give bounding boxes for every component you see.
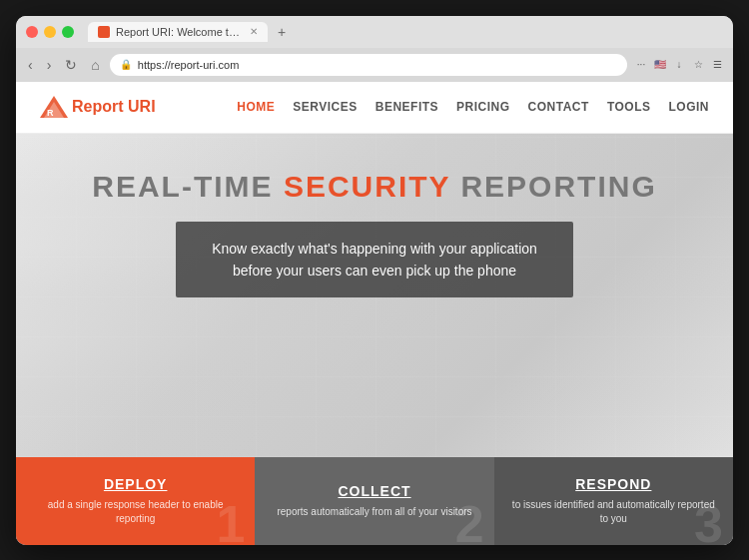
step-collect[interactable]: COLLECT reports automatically from all o… [255, 457, 493, 545]
site-nav: R Report URI HOME SERVICES BENEFITS PRIC… [16, 82, 733, 134]
nav-contact[interactable]: CONTACT [528, 100, 589, 114]
tab-favicon-icon [98, 26, 110, 38]
site-logo[interactable]: R Report URI [40, 96, 156, 118]
lock-icon: 🔒 [120, 59, 132, 70]
nav-home[interactable]: HOME [237, 100, 275, 114]
tab-bar: Report URI: Welcome to repor... ✕ + [88, 22, 723, 42]
hero-subtitle: Know exactly what's happening with your … [176, 222, 573, 298]
website-content: R Report URI HOME SERVICES BENEFITS PRIC… [16, 82, 733, 545]
nav-services[interactable]: SERVICES [293, 100, 357, 114]
hero-subtitle-line2: before your users can even pick up the p… [233, 263, 516, 279]
minimize-button[interactable] [44, 26, 56, 38]
logo-icon: R [40, 96, 68, 118]
browser-toolbar-icons: ··· 🇺🇸 ↓ ☆ ☰ [633, 57, 725, 73]
traffic-lights [26, 26, 74, 38]
url-input[interactable]: 🔒 https://report-uri.com [110, 54, 627, 76]
url-text: https://report-uri.com [138, 59, 239, 71]
back-button[interactable]: ‹ [24, 55, 37, 75]
nav-links: HOME SERVICES BENEFITS PRICING CONTACT T… [237, 100, 709, 114]
logo-report: Report [72, 98, 124, 115]
step-respond[interactable]: RESPOND to issues identified and automat… [494, 457, 733, 545]
hero-title-part1: REAL-TIME [92, 170, 284, 203]
nav-pricing[interactable]: PRICING [456, 100, 510, 114]
forward-button[interactable]: › [43, 55, 56, 75]
step-3-title: RESPOND [575, 476, 651, 492]
tab-title: Report URI: Welcome to repor... [116, 26, 244, 38]
hero-section: REAL-TIME SECURITY REPORTING Know exactl… [16, 134, 733, 457]
step-deploy[interactable]: DEPLOY add a single response header to e… [16, 457, 255, 545]
active-tab[interactable]: Report URI: Welcome to repor... ✕ [88, 22, 268, 42]
bookmark-icon[interactable]: ☆ [690, 57, 706, 73]
nav-login[interactable]: LOGIN [669, 100, 710, 114]
hero-subtitle-line1: Know exactly what's happening with your … [212, 241, 537, 257]
step-2-desc: reports automatically from all of your v… [277, 505, 471, 519]
extensions-icon: ··· [633, 57, 649, 73]
svg-text:R: R [47, 108, 54, 118]
hero-title: REAL-TIME SECURITY REPORTING [92, 170, 657, 204]
hero-title-highlight: SECURITY [284, 170, 450, 203]
new-tab-button[interactable]: + [272, 22, 292, 42]
address-bar: ‹ › ↻ ⌂ 🔒 https://report-uri.com ··· 🇺🇸 … [16, 48, 733, 82]
logo-text: Report URI [72, 98, 156, 116]
maximize-button[interactable] [62, 26, 74, 38]
step-1-title: DEPLOY [104, 476, 168, 492]
flag-icon: 🇺🇸 [652, 57, 668, 73]
close-button[interactable] [26, 26, 38, 38]
step-2-title: COLLECT [338, 483, 410, 499]
nav-tools[interactable]: TOOLS [607, 100, 651, 114]
steps-bar: DEPLOY add a single response header to e… [16, 457, 733, 545]
step-1-desc: add a single response header to enable r… [32, 498, 239, 526]
menu-icon[interactable]: ☰ [709, 57, 725, 73]
step-3-desc: to issues identified and automatically r… [510, 498, 717, 526]
title-bar: Report URI: Welcome to repor... ✕ + [16, 16, 733, 48]
download-icon[interactable]: ↓ [671, 57, 687, 73]
home-button[interactable]: ⌂ [87, 55, 103, 75]
tab-close-icon[interactable]: ✕ [250, 26, 258, 37]
logo-uri: URI [128, 98, 156, 115]
browser-window: Report URI: Welcome to repor... ✕ + ‹ › … [16, 16, 733, 545]
refresh-button[interactable]: ↻ [61, 55, 81, 75]
hero-title-part2: REPORTING [450, 170, 657, 203]
nav-benefits[interactable]: BENEFITS [375, 100, 438, 114]
